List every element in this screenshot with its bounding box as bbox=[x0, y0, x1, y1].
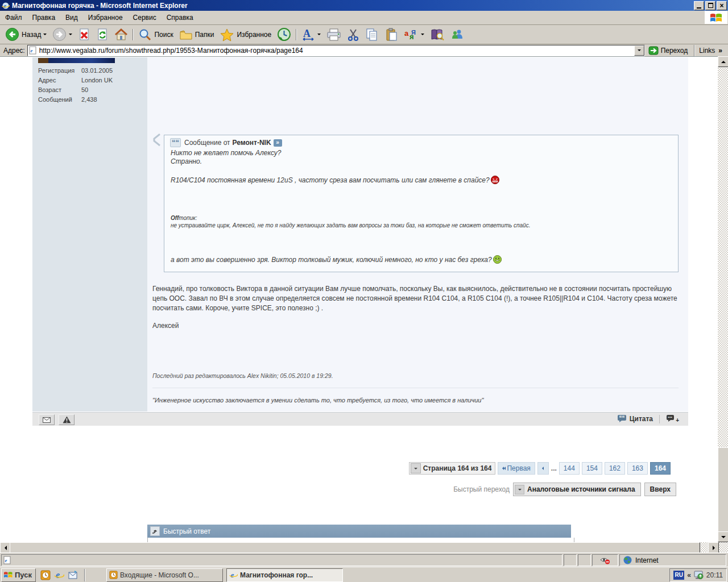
paste-icon bbox=[384, 28, 398, 41]
refresh-icon bbox=[96, 28, 109, 41]
svg-text:а: а bbox=[404, 29, 409, 38]
page-link[interactable]: 154 bbox=[582, 462, 602, 475]
multiquote-icon: ““ bbox=[666, 414, 676, 423]
back-button[interactable]: Назад bbox=[2, 26, 49, 44]
menu-file[interactable]: Файл bbox=[0, 12, 27, 23]
translate-icon: а я Я bbox=[404, 28, 419, 41]
scroll-top-button[interactable]: Вверх bbox=[644, 483, 676, 496]
copy-icon bbox=[365, 28, 379, 41]
report-button[interactable] bbox=[59, 414, 75, 425]
search-button[interactable]: Поиск bbox=[135, 26, 176, 44]
quote-button[interactable]: ““ Цитата bbox=[617, 414, 653, 423]
forward-dropdown-icon[interactable] bbox=[69, 34, 72, 35]
page-link[interactable]: 144 bbox=[559, 462, 580, 475]
tray-chevron-icon[interactable]: « bbox=[687, 571, 691, 579]
horizontal-scroll-thumb[interactable] bbox=[10, 542, 700, 554]
standard-toolbar: Назад Поиск bbox=[0, 25, 728, 44]
status-bar: e Internet bbox=[0, 552, 728, 567]
svg-text:e: e bbox=[30, 48, 32, 53]
multiquote-button[interactable]: ““ + bbox=[666, 414, 679, 423]
vertical-scroll-thumb[interactable] bbox=[718, 447, 728, 533]
history-button[interactable] bbox=[274, 26, 294, 44]
signature-divider bbox=[152, 388, 679, 388]
scroll-right-button[interactable] bbox=[708, 542, 719, 554]
print-icon bbox=[326, 28, 341, 41]
folders-icon bbox=[179, 28, 193, 41]
privacy-panel[interactable] bbox=[592, 554, 618, 566]
user-field-value: 03.01.2005 bbox=[81, 67, 113, 74]
security-zone-panel: Internet bbox=[619, 554, 726, 566]
svg-text:A: A bbox=[303, 28, 311, 39]
go-icon bbox=[648, 46, 659, 55]
page-link[interactable]: 162 bbox=[605, 462, 625, 475]
page-ie-icon: e bbox=[29, 46, 37, 55]
fonts-button[interactable]: A bbox=[299, 26, 324, 44]
forum-jump-dropdown-icon bbox=[515, 485, 524, 494]
outlook-express-quicklaunch-icon[interactable] bbox=[68, 570, 78, 580]
email-button[interactable] bbox=[39, 414, 55, 425]
menu-tools[interactable]: Сервис bbox=[128, 12, 162, 23]
quick-launch: e bbox=[40, 570, 78, 580]
folders-button[interactable]: Папки bbox=[176, 26, 217, 44]
menu-help[interactable]: Справка bbox=[162, 12, 198, 23]
copy-button[interactable] bbox=[362, 26, 382, 44]
ie-quicklaunch-icon[interactable]: e bbox=[54, 570, 64, 580]
big-quote-icon bbox=[153, 134, 161, 148]
links-button[interactable]: Links » bbox=[697, 47, 728, 55]
status-panel bbox=[564, 554, 577, 566]
prev-page-icon bbox=[542, 467, 544, 470]
quick-reply-title: Быстрый ответ bbox=[163, 527, 210, 535]
menu-favorites[interactable]: Избранное bbox=[83, 12, 128, 23]
translate-button[interactable]: а я Я bbox=[401, 26, 427, 44]
forum-jump-dropdown[interactable]: Аналоговые источники сигнала bbox=[513, 483, 641, 496]
reply-icon bbox=[150, 526, 160, 536]
post-footer-bar: ““ Цитата ““ + bbox=[32, 412, 688, 426]
menu-edit[interactable]: Правка bbox=[27, 12, 61, 23]
restore-button[interactable] bbox=[705, 1, 715, 10]
page-link[interactable]: 163 bbox=[627, 462, 648, 475]
favorites-star-icon bbox=[220, 28, 234, 41]
grin-smiley-icon bbox=[493, 255, 502, 264]
fonts-dropdown-icon[interactable] bbox=[317, 34, 321, 35]
minimize-button[interactable] bbox=[694, 1, 704, 10]
first-page-button[interactable]: Первая bbox=[498, 462, 535, 475]
clock: 20:11 bbox=[706, 571, 723, 579]
signature-text: "Инженерное искусство заключается в умен… bbox=[152, 397, 483, 404]
stop-button[interactable] bbox=[75, 26, 93, 44]
outlook-quicklaunch-icon[interactable] bbox=[40, 570, 51, 580]
toolbar-separator bbox=[133, 29, 134, 40]
vertical-scrollbar[interactable] bbox=[718, 56, 728, 542]
favorites-button[interactable]: Избранное bbox=[217, 26, 274, 44]
scroll-up-button[interactable] bbox=[718, 56, 728, 67]
page-status-button[interactable]: Страница 164 из 164 bbox=[409, 462, 496, 475]
home-button[interactable] bbox=[111, 26, 131, 44]
window-title: Магнитофонная горячка - Microsoft Intern… bbox=[12, 2, 188, 10]
update-tray-icon[interactable] bbox=[694, 571, 704, 580]
close-button[interactable]: × bbox=[717, 1, 727, 10]
quote-box: ““ Сообщение от Ремонт-NIK » Никто не же… bbox=[164, 135, 679, 272]
print-button[interactable] bbox=[324, 26, 344, 44]
address-dropdown-button[interactable] bbox=[634, 45, 644, 56]
scroll-down-button[interactable] bbox=[718, 531, 728, 542]
paste-button[interactable] bbox=[382, 26, 401, 44]
view-post-button[interactable]: » bbox=[274, 139, 282, 147]
go-button[interactable]: Переход bbox=[645, 46, 693, 55]
zone-label: Internet bbox=[635, 556, 659, 564]
back-dropdown-icon[interactable] bbox=[43, 34, 47, 35]
prev-page-button[interactable] bbox=[537, 462, 549, 475]
language-indicator[interactable]: RU bbox=[673, 571, 684, 580]
research-button[interactable] bbox=[427, 26, 448, 44]
task-button-browser[interactable]: e Магнитофонная гор... bbox=[226, 568, 343, 582]
fonts-icon: A bbox=[301, 27, 315, 42]
cut-button[interactable] bbox=[344, 26, 362, 44]
messenger-button[interactable] bbox=[448, 26, 467, 44]
start-button[interactable]: Пуск bbox=[1, 568, 36, 582]
menu-view[interactable]: Вид bbox=[60, 12, 83, 23]
address-input[interactable]: e http://www.vegalab.ru/forum/showthread… bbox=[27, 45, 645, 56]
refresh-button[interactable] bbox=[93, 26, 111, 44]
horizontal-scrollbar[interactable] bbox=[0, 542, 728, 552]
translate-dropdown-icon[interactable] bbox=[421, 34, 424, 35]
forward-button[interactable] bbox=[49, 26, 75, 44]
outlook-task-icon bbox=[109, 571, 118, 579]
task-button-outlook[interactable]: Входящие - Microsoft O... bbox=[106, 568, 223, 582]
